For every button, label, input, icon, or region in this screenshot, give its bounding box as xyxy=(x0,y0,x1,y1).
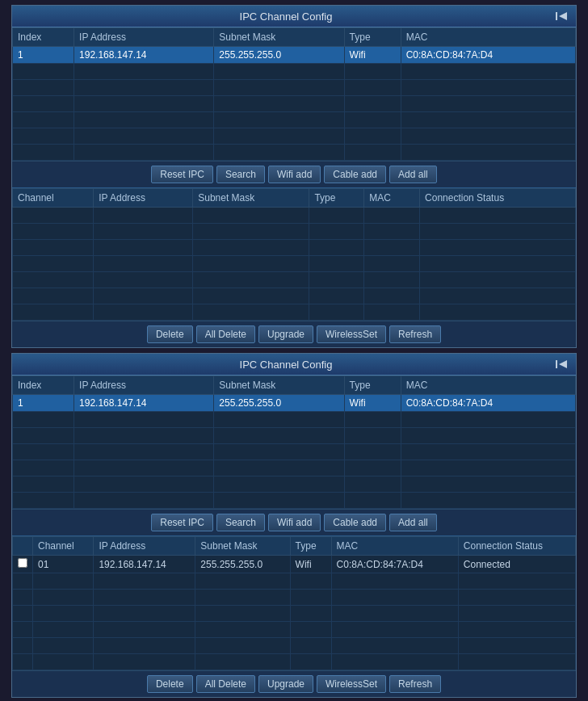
reset-ipc-btn-2[interactable]: Reset IPC xyxy=(151,514,213,531)
refresh-btn-2[interactable]: Refresh xyxy=(389,675,441,693)
wireless-set-btn-2[interactable]: WirelessSet xyxy=(317,675,386,693)
cell-ip xyxy=(74,460,214,476)
upgrade-btn-2[interactable]: Upgrade xyxy=(258,675,313,693)
cell-subnet xyxy=(193,224,309,240)
cell-channel xyxy=(13,288,94,304)
wireless-set-btn-1[interactable]: WirelessSet xyxy=(317,325,386,343)
cell-mac xyxy=(331,590,458,606)
panel-1-device-table: Index IP Address Subnet Mask Type MAC 1 … xyxy=(12,27,576,161)
search-btn-2[interactable]: Search xyxy=(216,514,265,531)
cell-checkbox xyxy=(13,654,33,670)
cell-index: 1 xyxy=(13,395,74,412)
cell-ip: 192.168.147.14 xyxy=(74,47,214,64)
table-row[interactable] xyxy=(13,476,576,493)
add-all-btn-1[interactable]: Add all xyxy=(389,166,437,183)
cell-mac xyxy=(401,428,575,444)
refresh-btn-1[interactable]: Refresh xyxy=(389,325,441,343)
table-row[interactable] xyxy=(13,493,576,509)
table-row[interactable] xyxy=(13,64,576,80)
cable-add-btn-2[interactable]: Cable add xyxy=(324,514,386,531)
cell-mac xyxy=(401,64,575,80)
table-row[interactable]: 1 192.168.147.14 255.255.255.0 Wifi C0:8… xyxy=(13,395,576,412)
all-delete-btn-1[interactable]: All Delete xyxy=(196,325,255,343)
cell-mac xyxy=(401,476,575,493)
table-row[interactable] xyxy=(13,444,576,460)
table-row[interactable] xyxy=(13,128,576,145)
table-row[interactable] xyxy=(13,96,576,112)
col-channel-num-2: Channel xyxy=(33,537,94,556)
cell-status xyxy=(458,622,575,638)
panel-2-device-table: Index IP Address Subnet Mask Type MAC 1 … xyxy=(12,376,576,509)
col-ip-2: IP Address xyxy=(74,376,214,395)
table-row[interactable] xyxy=(13,428,576,444)
cell-subnet xyxy=(193,304,309,321)
cell-mac xyxy=(364,272,420,288)
cell-subnet xyxy=(214,128,344,145)
table-row[interactable] xyxy=(13,80,576,96)
cell-type xyxy=(344,428,401,444)
wifi-add-btn-1[interactable]: Wifi add xyxy=(268,166,321,183)
panel-2-title-bar: IPC Channel Config xyxy=(12,354,576,376)
reset-ipc-btn-1[interactable]: Reset IPC xyxy=(151,166,213,183)
table-row[interactable] xyxy=(13,145,576,161)
table-row[interactable]: 1 192.168.147.14 255.255.255.0 Wifi C0:8… xyxy=(13,47,576,64)
table-row[interactable] xyxy=(13,412,576,428)
cell-type xyxy=(290,622,331,638)
panel-1-lower-buttons: Delete All Delete Upgrade WirelessSet Re… xyxy=(12,321,576,347)
row-checkbox[interactable] xyxy=(18,558,27,568)
cell-checkbox[interactable] xyxy=(13,556,33,573)
cell-type xyxy=(309,288,364,304)
cell-type xyxy=(344,96,401,112)
cell-subnet xyxy=(214,64,344,80)
table-row xyxy=(13,272,576,288)
panel-2-upper-table: Index IP Address Subnet Mask Type MAC 1 … xyxy=(12,376,576,509)
col-ip-1: IP Address xyxy=(74,28,214,47)
all-delete-btn-2[interactable]: All Delete xyxy=(196,675,255,693)
panel-1-upper-table: Index IP Address Subnet Mask Type MAC 1 … xyxy=(12,27,576,161)
delete-btn-2[interactable]: Delete xyxy=(147,675,193,693)
col-ltype-1: Type xyxy=(309,189,364,208)
cell-mac xyxy=(401,444,575,460)
cell-ip xyxy=(94,622,195,638)
back-icon-1[interactable] xyxy=(553,10,569,23)
cell-subnet xyxy=(195,606,290,622)
cell-channel xyxy=(33,622,94,638)
delete-btn-1[interactable]: Delete xyxy=(147,325,193,343)
cell-subnet xyxy=(214,428,344,444)
cell-index xyxy=(13,493,74,509)
table-row[interactable] xyxy=(13,460,576,476)
cell-mac xyxy=(401,493,575,509)
cell-mac xyxy=(401,112,575,128)
cell-channel: 01 xyxy=(33,556,94,573)
cell-type xyxy=(309,272,364,288)
cell-subnet: 255.255.255.0 xyxy=(195,556,290,573)
cell-ip xyxy=(94,224,193,240)
col-mac-1: MAC xyxy=(401,28,575,47)
cell-mac xyxy=(331,654,458,670)
col-subnet-1: Subnet Mask xyxy=(214,28,344,47)
cell-type xyxy=(309,224,364,240)
cell-type xyxy=(309,240,364,256)
table-row xyxy=(13,573,576,590)
cell-mac: C0:8A:CD:84:7A:D4 xyxy=(401,395,575,412)
cell-index xyxy=(13,80,74,96)
back-icon-2[interactable] xyxy=(553,358,569,371)
upgrade-btn-1[interactable]: Upgrade xyxy=(258,325,313,343)
cell-type xyxy=(344,493,401,509)
panel-1-title: IPC Channel Config xyxy=(19,10,553,23)
table-row[interactable] xyxy=(13,112,576,128)
wifi-add-btn-2[interactable]: Wifi add xyxy=(268,514,321,531)
cell-channel xyxy=(33,654,94,670)
cell-status xyxy=(420,208,576,224)
add-all-btn-2[interactable]: Add all xyxy=(389,514,437,531)
search-btn-1[interactable]: Search xyxy=(216,166,265,183)
panel-1-lower-table: Channel IP Address Subnet Mask Type MAC … xyxy=(12,188,576,321)
cell-checkbox xyxy=(13,590,33,606)
cell-ip xyxy=(94,590,195,606)
cell-ip xyxy=(74,80,214,96)
panel-1-upper-header-row: Index IP Address Subnet Mask Type MAC xyxy=(13,28,576,47)
cell-type xyxy=(290,654,331,670)
cell-ip: 192.168.147.14 xyxy=(74,395,214,412)
cable-add-btn-1[interactable]: Cable add xyxy=(324,166,386,183)
table-row xyxy=(13,224,576,240)
